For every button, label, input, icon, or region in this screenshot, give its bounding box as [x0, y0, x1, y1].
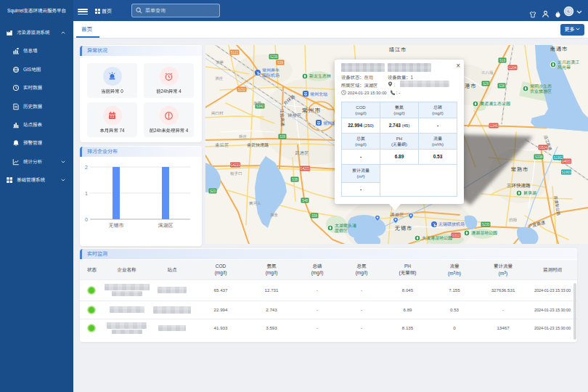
svg-text:度假区: 度假区: [335, 228, 348, 233]
svg-text:常州北站: 常州北站: [310, 91, 327, 97]
svg-text:金坛区: 金坛区: [215, 142, 229, 147]
svg-text:S23: S23: [210, 189, 216, 193]
svg-text:滨湖区: 滨湖区: [158, 223, 173, 228]
svg-text:G204: G204: [508, 66, 517, 70]
svg-text:农业旅游区: 农业旅游区: [530, 89, 552, 94]
svg-text:无锡市: 无锡市: [395, 225, 413, 232]
svg-text:常州市: 常州市: [302, 107, 321, 114]
svg-text:G4221: G4221: [300, 167, 310, 171]
svg-text:三环快速路: 三环快速路: [507, 183, 531, 188]
svg-text:国际机场: 国际机场: [262, 73, 279, 78]
svg-text:南通市: 南通市: [550, 46, 568, 52]
svg-text:S38: S38: [499, 84, 505, 88]
svg-text:G312: G312: [452, 234, 460, 237]
svg-text:常熟市: 常熟市: [511, 166, 529, 173]
svg-text:洪甲: 洪甲: [216, 60, 224, 65]
svg-text:金武快速路: 金武快速路: [247, 142, 269, 147]
svg-text:S39: S39: [277, 61, 284, 65]
svg-text:黄泥浦生态公园: 黄泥浦生态公园: [480, 101, 510, 106]
svg-text:三八垭: 三八垭: [481, 70, 494, 75]
svg-text:1: 1: [85, 191, 88, 196]
svg-text:黄河头: 黄河头: [249, 201, 261, 205]
svg-text:无锡硕放机场: 无锡硕放机场: [438, 221, 465, 226]
svg-text:G4221: G4221: [230, 163, 240, 167]
svg-text:0: 0: [85, 217, 88, 222]
svg-text:S39: S39: [279, 135, 286, 139]
svg-text:S19: S19: [499, 59, 506, 62]
svg-text:S58: S58: [311, 214, 318, 218]
svg-text:G524: G524: [539, 146, 547, 150]
svg-text:无锡市: 无锡市: [109, 223, 124, 228]
svg-text:旧阳: 旧阳: [509, 218, 517, 222]
svg-text:常州奔牛: 常州奔牛: [262, 68, 279, 73]
svg-text:太湖鼋头渚: 太湖鼋头渚: [335, 223, 356, 228]
svg-text:钟楼区: 钟楼区: [287, 113, 302, 118]
svg-text:2: 2: [85, 165, 88, 170]
svg-text:G4011: G4011: [561, 160, 571, 163]
svg-text:S38: S38: [292, 178, 298, 181]
svg-text:S338: S338: [535, 155, 543, 159]
svg-text:江宜高速: 江宜高速: [279, 109, 285, 126]
svg-text:滨湖区: 滨湖区: [390, 212, 404, 217]
svg-text:S1902: S1902: [553, 156, 563, 160]
svg-text:新庄: 新庄: [239, 134, 248, 139]
svg-text:新龙生态林: 新龙生态林: [309, 73, 331, 78]
svg-text:S239: S239: [270, 55, 278, 59]
svg-text:龙爪岩滨江: 龙爪岩滨江: [558, 60, 579, 65]
svg-text:G346: G346: [489, 124, 498, 128]
svg-text:漕湖湿地公园: 漕湖湿地公园: [471, 230, 497, 235]
svg-text:S232: S232: [238, 88, 246, 91]
svg-text:大溪港湿地公园: 大溪港湿地公园: [422, 235, 452, 240]
svg-text:武进区: 武进区: [295, 151, 309, 155]
svg-text:连墩: 连墩: [253, 101, 262, 105]
svg-text:S122: S122: [231, 51, 239, 54]
svg-text:S230: S230: [482, 223, 490, 226]
svg-text:风光带: 风光带: [558, 65, 571, 70]
svg-text:靖江市: 靖江市: [389, 46, 407, 53]
svg-text:洪庄: 洪庄: [215, 76, 224, 81]
svg-text:S1903: S1903: [561, 171, 571, 174]
svg-text:闸口村: 闸口村: [211, 111, 224, 115]
svg-text:常阴沙生态: 常阴沙生态: [530, 83, 552, 89]
svg-text:桩子口: 桩子口: [230, 171, 242, 176]
svg-text:昆承湖: 昆承湖: [523, 191, 536, 195]
svg-text:S48: S48: [302, 199, 309, 203]
svg-text:湘金: 湘金: [270, 213, 279, 217]
svg-text:S29: S29: [483, 82, 489, 86]
